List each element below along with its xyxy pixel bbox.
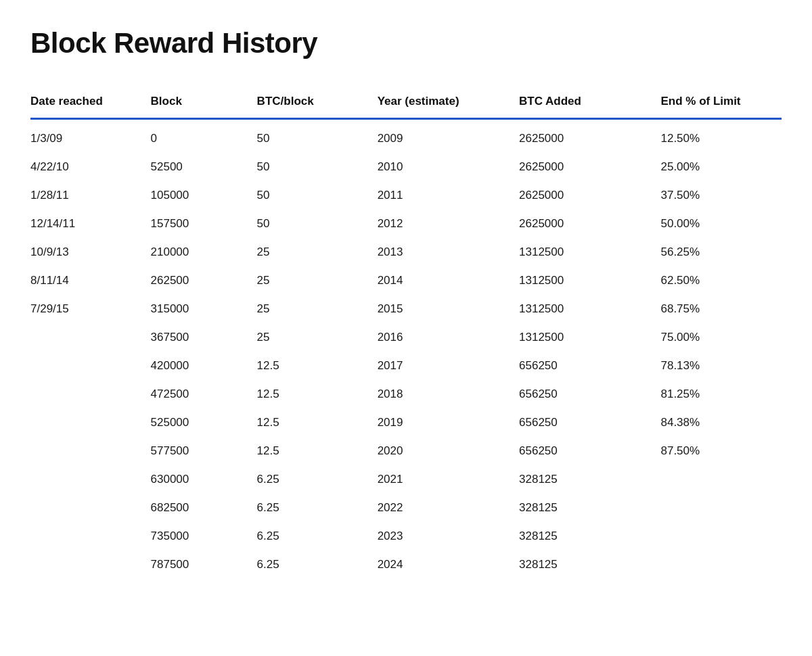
table-row: 47250012.5201865625081.25% bbox=[30, 380, 782, 408]
cell-year: 2009 bbox=[371, 119, 512, 154]
page-title: Block Reward History bbox=[30, 27, 782, 60]
cell-date bbox=[30, 465, 144, 494]
cell-date bbox=[30, 323, 144, 352]
cell-year: 2021 bbox=[371, 465, 512, 494]
cell-endlimit: 68.75% bbox=[654, 295, 782, 323]
cell-endlimit bbox=[654, 465, 782, 494]
cell-block: 682500 bbox=[144, 494, 250, 522]
cell-btcblock: 50 bbox=[250, 181, 371, 210]
cell-block: 157500 bbox=[144, 210, 250, 238]
cell-year: 2018 bbox=[371, 380, 512, 408]
table-row: 6825006.252022328125 bbox=[30, 494, 782, 522]
table-row: 367500252016131250075.00% bbox=[30, 323, 782, 352]
cell-year: 2016 bbox=[371, 323, 512, 352]
cell-block: 630000 bbox=[144, 465, 250, 494]
cell-block: 472500 bbox=[144, 380, 250, 408]
cell-btcadded: 656250 bbox=[512, 408, 654, 437]
cell-year: 2012 bbox=[371, 210, 512, 238]
cell-block: 577500 bbox=[144, 437, 250, 465]
cell-date: 7/29/15 bbox=[30, 295, 144, 323]
cell-block: 367500 bbox=[144, 323, 250, 352]
cell-btcblock: 12.5 bbox=[250, 437, 371, 465]
cell-date: 1/28/11 bbox=[30, 181, 144, 210]
table-row: 6300006.252021328125 bbox=[30, 465, 782, 494]
cell-btcadded: 656250 bbox=[512, 380, 654, 408]
cell-btcblock: 50 bbox=[250, 119, 371, 154]
cell-block: 315000 bbox=[144, 295, 250, 323]
table-row: 7350006.252023328125 bbox=[30, 522, 782, 550]
cell-endlimit bbox=[654, 522, 782, 550]
col-header-endlimit: End % of Limit bbox=[654, 87, 782, 119]
cell-date bbox=[30, 380, 144, 408]
cell-date: 12/14/11 bbox=[30, 210, 144, 238]
cell-date: 1/3/09 bbox=[30, 119, 144, 154]
cell-endlimit: 84.38% bbox=[654, 408, 782, 437]
cell-year: 2020 bbox=[371, 437, 512, 465]
cell-btcblock: 12.5 bbox=[250, 352, 371, 380]
cell-btcblock: 25 bbox=[250, 238, 371, 266]
cell-btcadded: 1312500 bbox=[512, 323, 654, 352]
cell-btcadded: 1312500 bbox=[512, 295, 654, 323]
cell-date bbox=[30, 437, 144, 465]
cell-btcblock: 12.5 bbox=[250, 380, 371, 408]
cell-block: 735000 bbox=[144, 522, 250, 550]
cell-year: 2014 bbox=[371, 266, 512, 295]
cell-endlimit bbox=[654, 494, 782, 522]
table-row: 10/9/13210000252013131250056.25% bbox=[30, 238, 782, 266]
cell-btcadded: 328125 bbox=[512, 550, 654, 579]
cell-year: 2019 bbox=[371, 408, 512, 437]
cell-block: 525000 bbox=[144, 408, 250, 437]
col-header-date: Date reached bbox=[30, 87, 144, 119]
cell-btcadded: 2625000 bbox=[512, 181, 654, 210]
cell-endlimit: 56.25% bbox=[654, 238, 782, 266]
cell-btcadded: 2625000 bbox=[512, 119, 654, 154]
cell-year: 2022 bbox=[371, 494, 512, 522]
col-header-btcblock: BTC/block bbox=[250, 87, 371, 119]
cell-year: 2013 bbox=[371, 238, 512, 266]
cell-btcblock: 50 bbox=[250, 153, 371, 181]
cell-year: 2024 bbox=[371, 550, 512, 579]
col-header-btcadded: BTC Added bbox=[512, 87, 654, 119]
cell-block: 262500 bbox=[144, 266, 250, 295]
cell-endlimit bbox=[654, 550, 782, 579]
cell-btcadded: 328125 bbox=[512, 494, 654, 522]
cell-btcblock: 50 bbox=[250, 210, 371, 238]
cell-btcadded: 656250 bbox=[512, 352, 654, 380]
cell-btcadded: 1312500 bbox=[512, 266, 654, 295]
cell-year: 2023 bbox=[371, 522, 512, 550]
cell-endlimit: 87.50% bbox=[654, 437, 782, 465]
cell-btcadded: 328125 bbox=[512, 465, 654, 494]
cell-date: 4/22/10 bbox=[30, 153, 144, 181]
cell-endlimit: 25.00% bbox=[654, 153, 782, 181]
cell-year: 2015 bbox=[371, 295, 512, 323]
table-row: 12/14/11157500502012262500050.00% bbox=[30, 210, 782, 238]
cell-btcblock: 6.25 bbox=[250, 550, 371, 579]
table-row: 1/3/090502009262500012.50% bbox=[30, 119, 782, 154]
cell-date: 8/11/14 bbox=[30, 266, 144, 295]
table-row: 7/29/15315000252015131250068.75% bbox=[30, 295, 782, 323]
table-row: 1/28/11105000502011262500037.50% bbox=[30, 181, 782, 210]
table-row: 52500012.5201965625084.38% bbox=[30, 408, 782, 437]
cell-btcblock: 12.5 bbox=[250, 408, 371, 437]
cell-date: 10/9/13 bbox=[30, 238, 144, 266]
cell-endlimit: 50.00% bbox=[654, 210, 782, 238]
cell-block: 52500 bbox=[144, 153, 250, 181]
cell-block: 787500 bbox=[144, 550, 250, 579]
cell-year: 2017 bbox=[371, 352, 512, 380]
col-header-year: Year (estimate) bbox=[371, 87, 512, 119]
cell-endlimit: 78.13% bbox=[654, 352, 782, 380]
cell-endlimit: 12.50% bbox=[654, 119, 782, 154]
cell-endlimit: 37.50% bbox=[654, 181, 782, 210]
cell-block: 210000 bbox=[144, 238, 250, 266]
cell-block: 420000 bbox=[144, 352, 250, 380]
cell-btcadded: 2625000 bbox=[512, 210, 654, 238]
cell-endlimit: 75.00% bbox=[654, 323, 782, 352]
table-header-row: Date reached Block BTC/block Year (estim… bbox=[30, 87, 782, 119]
cell-endlimit: 81.25% bbox=[654, 380, 782, 408]
cell-date bbox=[30, 408, 144, 437]
cell-btcblock: 6.25 bbox=[250, 522, 371, 550]
block-reward-table: Date reached Block BTC/block Year (estim… bbox=[30, 87, 782, 579]
cell-year: 2010 bbox=[371, 153, 512, 181]
cell-date bbox=[30, 494, 144, 522]
cell-year: 2011 bbox=[371, 181, 512, 210]
